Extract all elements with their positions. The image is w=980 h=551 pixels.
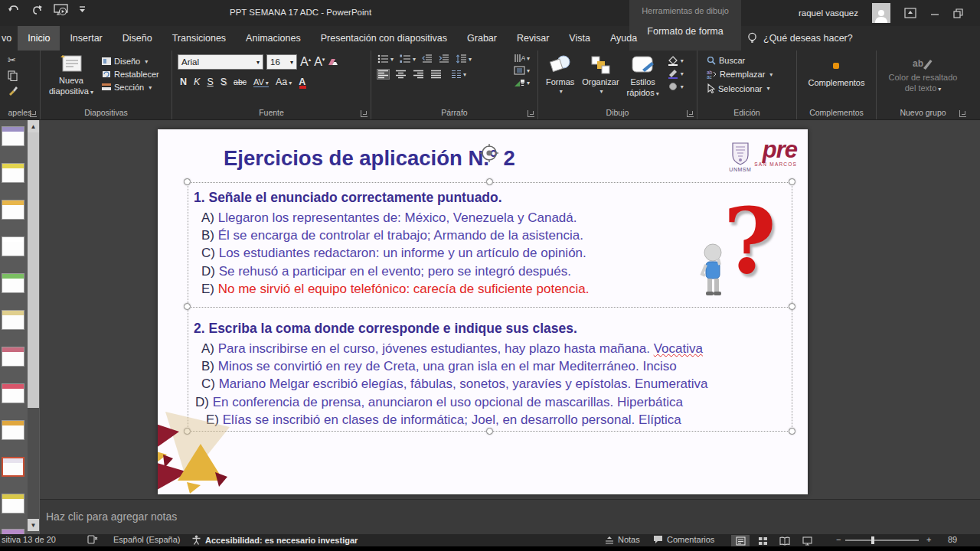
slide-thumbnail[interactable] [2,383,24,403]
tab-inicio[interactable]: Inicio [18,26,60,51]
dialog-launcher-fuente[interactable] [361,110,368,117]
font-color-button[interactable]: A [299,77,305,87]
question-2-block[interactable]: 2. Escriba la coma donde corresponde e i… [194,321,806,429]
shape-outline-button[interactable] [667,69,684,79]
change-case-button[interactable]: Aa [276,77,292,87]
tab-transiciones[interactable]: Transiciones [162,26,236,51]
zoom-slider-thumb[interactable] [871,536,874,544]
text-shadow-button[interactable]: S [220,77,227,87]
numbering-button[interactable] [400,54,416,64]
slide-thumbnail[interactable] [2,200,24,220]
slide-thumbnail[interactable] [2,236,24,256]
slide-sorter-view-button[interactable] [753,535,772,546]
bullets-button[interactable] [377,54,394,64]
selection-handle-mid-left[interactable] [184,303,191,310]
smartart-button[interactable] [514,78,530,87]
avatar[interactable] [872,3,890,23]
selection-handle-bottom-right[interactable] [789,428,795,435]
dialog-launcher-dibujo[interactable] [687,110,694,117]
selection-handle-mid-right[interactable] [789,303,795,310]
replace-button[interactable]: abac Reemplazar [707,70,796,79]
underline-button[interactable]: S [207,77,213,87]
columns-button[interactable] [451,70,466,79]
slide-number-indicator[interactable]: sitiva 13 de 20 [2,535,56,544]
grow-font-button[interactable]: A▴ [300,55,311,69]
tab-animaciones[interactable]: Animaciones [236,26,311,51]
slide-title[interactable]: Ejercicios de aplicación N.° 2 [224,146,515,171]
comments-toggle[interactable]: Comentarios [653,535,714,544]
slide-canvas[interactable]: Ejercicios de aplicación N.° 2 UNMSM pre… [158,129,808,494]
thumbnail-scrollbar[interactable]: ▲ ▼ [28,120,39,531]
dialog-launcher-nuevo-grupo[interactable] [959,110,966,117]
tab-insertar[interactable]: Insertar [60,26,112,51]
slideshow-from-start-icon[interactable] [54,4,68,16]
shape-effects-button[interactable] [667,82,684,92]
question-mark-clipart[interactable]: ? [694,198,778,302]
tab-formato-de-forma[interactable]: Formato de forma [629,26,741,37]
zoom-slider-track[interactable] [845,540,919,541]
justify-button[interactable] [430,70,442,79]
font-family-select[interactable]: Arial▾ [178,54,263,70]
slide-thumbnail[interactable] [2,163,24,183]
tell-me-search[interactable]: ¿Qué deseas hacer? [741,26,853,51]
notes-toggle[interactable]: Notas [605,535,640,544]
text-direction-button[interactable]: A [514,54,530,63]
zoom-in-button[interactable]: + [926,535,931,544]
reading-view-button[interactable] [776,535,794,546]
tab-revisar[interactable]: Revisar [507,26,559,51]
reset-button[interactable]: Restablecer [102,70,159,79]
strikethrough-button[interactable]: abc [234,77,247,86]
font-size-select[interactable]: 16▾ [266,54,297,70]
tab-vista[interactable]: Vista [559,26,600,51]
align-right-button[interactable] [413,70,424,79]
format-painter-icon[interactable] [8,86,40,96]
dialog-launcher-portapapeles[interactable] [30,110,37,117]
slideshow-view-button[interactable] [798,535,816,546]
tab-diseno[interactable]: Diseño [113,26,162,51]
selection-handle-top-center[interactable] [486,178,493,185]
selection-handle-top-right[interactable] [789,178,795,185]
increase-indent-button[interactable] [439,54,449,64]
account-name[interactable]: raquel vasquez [799,8,858,18]
slide-thumbnail[interactable] [2,494,24,514]
selection-handle-top-left[interactable] [184,178,191,185]
clear-formatting-icon[interactable] [328,57,338,67]
slide-thumbnail-selected[interactable] [2,457,24,477]
narration-off-icon[interactable] [87,535,98,544]
scroll-down-button[interactable]: ▼ [28,519,39,531]
copy-icon[interactable] [8,70,40,81]
language-indicator[interactable]: Español (España) [113,535,180,544]
scrollbar-thumb[interactable] [28,132,39,408]
redo-icon[interactable] [31,5,43,16]
tab-grabar[interactable]: Grabar [457,26,507,51]
zoom-out-button[interactable]: − [836,535,841,544]
cut-icon[interactable]: ✂ [8,54,40,66]
align-center-button[interactable] [395,70,407,79]
restore-icon[interactable] [953,8,963,18]
tab-archivo-partial[interactable]: vo [0,26,18,51]
shrink-font-button[interactable]: A▾ [314,55,325,69]
slide-thumbnail[interactable] [2,273,24,293]
minimize-icon[interactable] [930,8,939,18]
zoom-slider[interactable] [845,540,919,541]
tab-presentacion[interactable]: Presentación con diapositivas [311,26,457,51]
slide-thumbnail[interactable] [2,420,24,440]
select-button[interactable]: Seleccionar [707,83,796,93]
notes-pane[interactable]: Haz clic para agregar notas [40,499,980,534]
ribbon-display-options-icon[interactable] [904,8,916,18]
slide-thumbnail[interactable] [2,529,24,534]
normal-view-button[interactable] [731,535,750,546]
slide-thumbnail[interactable] [2,126,24,146]
layout-button[interactable]: Diseño [102,57,159,66]
scroll-up-button[interactable]: ▲ [28,120,39,132]
slide-thumbnail[interactable] [2,347,24,367]
shape-fill-button[interactable] [667,56,684,66]
accessibility-status[interactable]: Accesibilidad: es necesario investigar [191,535,358,545]
decrease-indent-button[interactable] [422,54,433,64]
character-spacing-button[interactable]: AV [253,77,269,87]
notes-placeholder[interactable]: Haz clic para agregar notas [46,510,177,523]
bold-button[interactable]: N [180,77,187,87]
section-button[interactable]: Sección [102,83,159,92]
dialog-launcher-parrafo[interactable] [528,110,534,117]
align-left-button[interactable] [377,70,389,79]
